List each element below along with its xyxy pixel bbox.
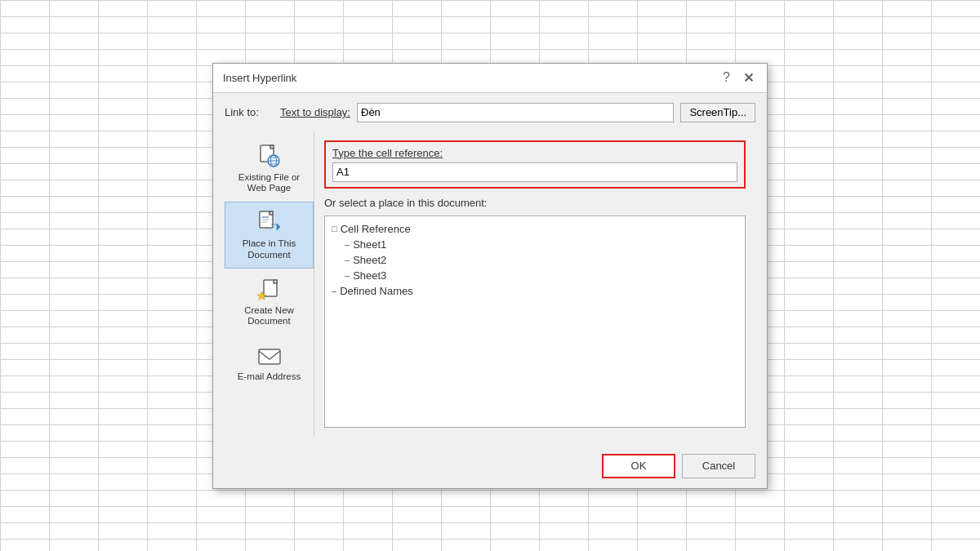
dialog-body: Link to: Text to display: ScreenTip... — [213, 93, 767, 446]
top-row: Link to: Text to display: ScreenTip... — [225, 103, 755, 122]
link-to-label: Link to: — [225, 106, 274, 118]
help-button[interactable]: ? — [719, 70, 733, 85]
content-area: Existing File or Web Page — [225, 132, 755, 436]
text-display-input[interactable] — [357, 103, 674, 122]
tree-dash-icon-sheet2: – — [345, 255, 350, 264]
tree-dash-icon-sheet1: – — [345, 239, 350, 249]
tree-dash-icon-defined: – — [332, 286, 336, 295]
cell-ref-input[interactable] — [332, 162, 737, 182]
cancel-button[interactable]: Cancel — [682, 454, 755, 478]
ok-button[interactable]: OK — [602, 454, 675, 478]
select-place-label: Or select a place in this document: — [324, 197, 746, 209]
sidebar: Existing File or Web Page — [225, 132, 314, 436]
tree-item-sheet2-label: Sheet2 — [353, 254, 386, 266]
existing-file-icon — [256, 143, 283, 169]
insert-hyperlink-dialog: Insert Hyperlink ? ✕ Link to: Text to di… — [212, 63, 768, 489]
dialog-overlay: Insert Hyperlink ? ✕ Link to: Text to di… — [212, 63, 768, 489]
sidebar-item-create-new[interactable]: Create New Document — [225, 269, 314, 335]
tree-item-cell-reference[interactable]: □ Cell Reference — [332, 221, 738, 237]
svg-rect-13 — [274, 280, 277, 283]
close-button[interactable]: ✕ — [740, 70, 757, 86]
tree-item-sheet3-label: Sheet3 — [353, 269, 386, 282]
create-new-icon — [256, 276, 283, 302]
sidebar-item-place-in-document[interactable]: Place in This Document — [225, 202, 314, 269]
email-icon — [256, 342, 283, 368]
tree-item-sheet1-label: Sheet1 — [353, 238, 386, 251]
dialog-footer: OK Cancel — [213, 446, 767, 488]
main-content: Type the cell reference: Or select a pla… — [314, 132, 755, 436]
sidebar-item-email[interactable]: E-mail Address — [225, 335, 314, 390]
tree-item-sheet3[interactable]: – Sheet3 — [345, 268, 738, 283]
tree-dash-icon-sheet3: – — [345, 270, 350, 280]
tree-item-defined-names-label: Defined Names — [340, 285, 413, 297]
screentip-button[interactable]: ScreenTip... — [680, 103, 755, 122]
sidebar-item-existing-file[interactable]: Existing File or Web Page — [225, 136, 314, 202]
tree-container[interactable]: □ Cell Reference – Sheet1 – Sheet2 — [324, 216, 746, 428]
svg-rect-15 — [259, 349, 280, 364]
sidebar-item-existing-file-label: Existing File or Web Page — [229, 172, 310, 195]
cell-ref-label: Type the cell reference: — [332, 147, 737, 159]
tree-collapse-icon: □ — [332, 224, 337, 233]
tree-item-label: Cell Reference — [341, 223, 411, 235]
dialog-title: Insert Hyperlink — [223, 72, 296, 84]
sidebar-item-create-new-label: Create New Document — [229, 305, 310, 328]
tree-item-defined-names[interactable]: – Defined Names — [332, 283, 738, 299]
title-bar-controls: ? ✕ — [719, 70, 757, 86]
place-in-document-icon — [256, 209, 283, 235]
svg-rect-1 — [270, 145, 274, 149]
sidebar-item-email-label: E-mail Address — [238, 371, 301, 383]
title-bar: Insert Hyperlink ? ✕ — [213, 64, 767, 93]
text-display-label: Text to display: — [280, 106, 350, 118]
tree-item-sheet1[interactable]: – Sheet1 — [345, 237, 738, 252]
svg-rect-8 — [270, 211, 273, 215]
cell-ref-section: Type the cell reference: — [324, 140, 746, 189]
sidebar-item-place-label: Place in This Document — [229, 238, 310, 261]
tree-item-sheet2[interactable]: – Sheet2 — [345, 252, 738, 268]
